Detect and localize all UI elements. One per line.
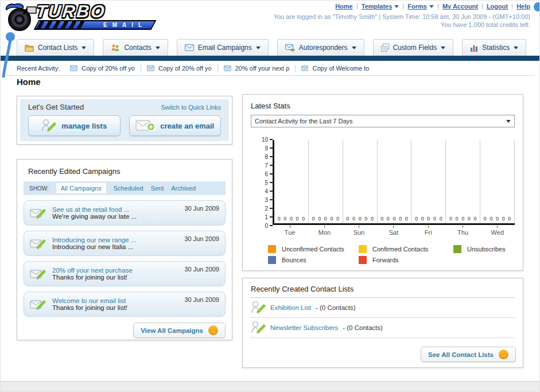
filter-all-campaigns[interactable]: All Campaigns bbox=[56, 183, 106, 193]
value-label: 0 bbox=[484, 216, 487, 222]
contact-list-info: - (0 Contacts) bbox=[316, 304, 356, 311]
value-label: 0 bbox=[359, 216, 362, 222]
contact-activity-chart: 109876543210 000000000000000000000000000… bbox=[251, 140, 515, 236]
value-label: 0 bbox=[490, 216, 492, 222]
y-tick: 1 bbox=[258, 215, 273, 219]
nav-home-link[interactable]: Home bbox=[335, 3, 353, 10]
value-label: 0 bbox=[456, 216, 459, 222]
nav-home-label: Home bbox=[335, 3, 353, 10]
value-label: 0 bbox=[312, 216, 314, 222]
y-tick-label: 4 bbox=[265, 188, 268, 195]
contact-list-link[interactable]: Exhibition List bbox=[270, 304, 311, 311]
chevron-down-icon bbox=[256, 46, 261, 49]
recent-activity-item[interactable]: Copy of 20% off yo bbox=[70, 65, 135, 72]
separator bbox=[141, 64, 141, 72]
tab-contacts[interactable]: Contacts bbox=[103, 39, 168, 56]
value-label: 0 bbox=[371, 216, 374, 222]
value-label: 0 bbox=[405, 216, 408, 222]
contact-list-link[interactable]: Newsletter Subscribers bbox=[270, 324, 338, 331]
recent-activity-item[interactable]: 20% off your next p bbox=[224, 65, 290, 72]
login-status-text: You are logged in as "Timothy Smith" | S… bbox=[274, 13, 530, 20]
envelope-pencil-icon bbox=[30, 205, 47, 220]
campaign-title-link[interactable]: See us at the retail food ... bbox=[52, 206, 179, 213]
separator bbox=[512, 3, 512, 9]
chevron-down-icon bbox=[441, 46, 445, 49]
filter-archived[interactable]: Archived bbox=[171, 185, 196, 192]
legend-item: Forwards bbox=[359, 256, 453, 264]
value-label: 0 bbox=[473, 216, 476, 222]
chart-day-column: 00000 bbox=[274, 140, 309, 223]
switch-quick-links-link[interactable]: Switch to Quick Links bbox=[161, 104, 221, 111]
nav-my-account-link[interactable]: My Account bbox=[442, 3, 478, 10]
chart-day-column: 00000 bbox=[309, 140, 343, 223]
recent-activity-label: Recent Activity: bbox=[17, 65, 60, 72]
campaign-date: 30 Jun 2009 bbox=[184, 235, 219, 242]
logo-word-turbo: TURBO bbox=[35, 2, 155, 21]
chevron-down-icon bbox=[352, 46, 356, 49]
value-label: 0 bbox=[415, 216, 418, 222]
x-tick-label: Sat bbox=[389, 229, 399, 236]
campaign-title-link[interactable]: Welcome to our email list bbox=[52, 297, 179, 304]
value-label: 0 bbox=[336, 216, 339, 222]
value-label: 0 bbox=[290, 216, 293, 222]
tab-email-campaigns[interactable]: Email Campaigns bbox=[177, 39, 269, 56]
value-label: 0 bbox=[496, 216, 499, 222]
campaign-date: 30 Jun 2009 bbox=[184, 296, 219, 303]
contact-lists-panel: Recently Created Contact Lists Exhibitio… bbox=[242, 278, 523, 368]
custom-fields-icon bbox=[381, 44, 389, 52]
legend-swatch bbox=[359, 245, 367, 253]
legend-label: Forwards bbox=[372, 257, 399, 263]
stats-period-select[interactable]: Contact Activity for the Last 7 Days bbox=[251, 115, 515, 127]
y-tick: 5 bbox=[258, 180, 273, 185]
chevron-down-icon bbox=[429, 5, 434, 8]
y-tick-label: 5 bbox=[265, 180, 268, 186]
x-tick-mark bbox=[428, 226, 429, 228]
tab-autoresponders[interactable]: Autoresponders bbox=[277, 39, 364, 56]
campaign-filter-bar: SHOW: All Campaigns Scheduled Sent Archi… bbox=[24, 181, 226, 195]
legend-item: Confirmed Contacts bbox=[359, 245, 453, 253]
legend-label: Unsubscribes bbox=[467, 246, 506, 253]
chart-day-column: 00000 bbox=[411, 140, 446, 223]
x-tick-label: Tue bbox=[285, 229, 296, 236]
x-tick-mark bbox=[393, 226, 394, 228]
y-tick-label: 6 bbox=[265, 171, 268, 177]
recent-activity-item[interactable]: Copy of 20% off yo bbox=[147, 65, 212, 72]
nav-logout-link[interactable]: Logout bbox=[487, 3, 508, 10]
value-label: 0 bbox=[433, 216, 436, 222]
campaign-title-link[interactable]: 20% off your next purchase bbox=[52, 267, 179, 274]
value-label: 0 bbox=[399, 216, 402, 222]
chart-plot-wrap: 00000000000000000000000000000000000 TueM… bbox=[273, 140, 515, 236]
see-all-contact-lists-button[interactable]: See All Contact Lists → bbox=[421, 347, 516, 362]
manage-lists-button[interactable]: manage lists bbox=[28, 115, 121, 136]
campaign-title-link[interactable]: Introducing our new range ... bbox=[52, 236, 179, 243]
chart-day-column: 00000 bbox=[480, 140, 515, 223]
y-tick-label: 9 bbox=[265, 145, 268, 152]
chart-day-column: 00000 bbox=[446, 140, 480, 223]
latest-stats-panel: Latest Stats Contact Activity for the La… bbox=[242, 94, 523, 271]
create-email-button[interactable]: create an email bbox=[129, 115, 222, 136]
separator bbox=[357, 3, 358, 9]
filter-sent[interactable]: Sent bbox=[151, 185, 164, 192]
y-tick-label: 0 bbox=[265, 223, 268, 229]
x-tick: Tue bbox=[273, 226, 307, 236]
view-all-campaigns-button[interactable]: View All Campaigns → bbox=[133, 323, 226, 338]
show-label: SHOW: bbox=[29, 185, 49, 192]
chart-y-axis: 109876543210 bbox=[258, 137, 273, 228]
recent-activity-item[interactable]: Copy of Welcome to bbox=[301, 65, 369, 72]
nav-forms-link[interactable]: Forms bbox=[407, 3, 434, 10]
tab-statistics[interactable]: Statistics bbox=[462, 39, 526, 56]
contact-list-row: Exhibition List - (0 Contacts) bbox=[251, 298, 515, 318]
value-labels: 00000 bbox=[411, 216, 445, 222]
recent-activity-item-label: 20% off your next p bbox=[235, 65, 290, 72]
tab-contact-lists[interactable]: Contact Lists bbox=[17, 39, 94, 56]
envelope-pencil-icon bbox=[30, 266, 47, 281]
filter-scheduled[interactable]: Scheduled bbox=[114, 185, 143, 192]
nav-templates-link[interactable]: Templates bbox=[362, 3, 399, 10]
logo-text: TURBO EMAIL bbox=[36, 2, 154, 30]
view-all-campaigns-label: View All Campaigns bbox=[141, 327, 203, 334]
chart-day-column: 00000 bbox=[343, 140, 378, 223]
tab-custom-fields[interactable]: Custom Fields bbox=[373, 39, 454, 56]
value-label: 0 bbox=[364, 216, 367, 222]
value-label: 0 bbox=[393, 216, 395, 222]
nav-help-link[interactable]: Help bbox=[516, 3, 530, 10]
